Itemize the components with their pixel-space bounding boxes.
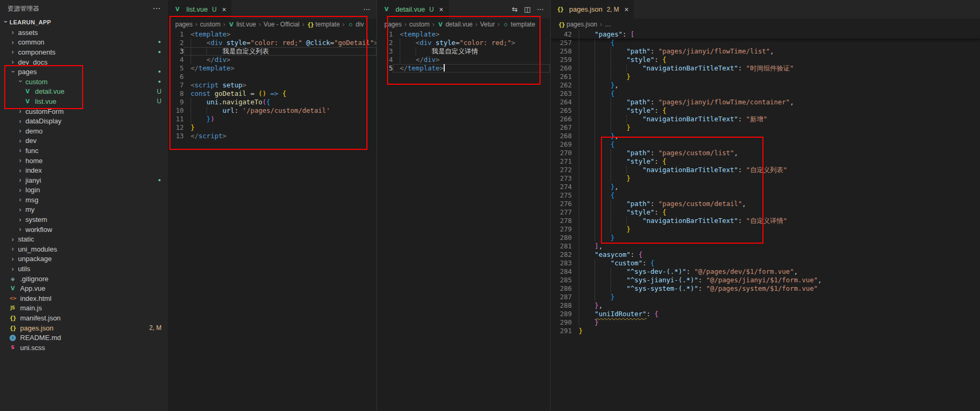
code-line[interactable]: 4 </div> xyxy=(168,56,376,64)
code-line[interactable]: 274 }, xyxy=(551,183,980,191)
code-line[interactable]: 291} xyxy=(551,327,980,335)
tree-item-msg[interactable]: ›msg xyxy=(0,195,168,205)
code-line[interactable]: 257 { xyxy=(551,39,980,47)
code-line[interactable]: 5</template> xyxy=(377,64,550,73)
code-line[interactable]: 9 uni.navigateTo({ xyxy=(168,98,376,106)
open-changes-icon[interactable]: ⇆ xyxy=(512,5,518,13)
code-line[interactable]: 286 "^sys-system-(.*)": "@/pages/system/… xyxy=(551,284,980,293)
tree-item-static[interactable]: ›static xyxy=(0,234,168,244)
code-line[interactable]: 260 "navigationBarTitleText": "时间组件验证" xyxy=(551,64,980,73)
code-line[interactable]: 284 "^sys-dev-(.*)": "@/pages/dev/$1/for… xyxy=(551,267,980,276)
code-editor[interactable]: 1<template>2 <div style="color: red;">3 … xyxy=(377,30,550,411)
tree-item-common[interactable]: ›common● xyxy=(0,38,168,48)
code-line[interactable]: 266 "navigationBarTitleText": "新增" xyxy=(551,115,980,123)
more-actions-icon[interactable]: ⋯ xyxy=(363,5,370,13)
breadcrumb-item-Vue - Official[interactable]: Vue - Official xyxy=(264,21,300,28)
breadcrumb-item-pages[interactable]: pages xyxy=(384,21,402,28)
code-line[interactable]: 13</script> xyxy=(168,132,376,140)
code-line[interactable]: 2 <div style="color: red;"> xyxy=(377,39,550,47)
tree-item-jianyi[interactable]: ›jianyi● xyxy=(0,175,168,185)
close-icon[interactable]: × xyxy=(439,5,443,14)
code-line[interactable]: 283 "custom": { xyxy=(551,259,980,267)
code-line[interactable]: 8const goDetail = () => { xyxy=(168,90,376,98)
tree-item-list.vue[interactable]: Vlist.vueU xyxy=(0,96,168,106)
tree-item-login[interactable]: ›login xyxy=(0,185,168,195)
code-line[interactable]: 277 "style": { xyxy=(551,208,980,217)
code-line[interactable]: 270 "path": "pages/custom/list", xyxy=(551,149,980,157)
code-line[interactable]: 10 url: '/pages/custom/detail' xyxy=(168,106,376,115)
code-line[interactable]: 289 "uniIdRouter": { xyxy=(551,310,980,318)
close-icon[interactable]: × xyxy=(624,5,628,14)
tree-item-manifest.json[interactable]: {}manifest.json xyxy=(0,313,168,323)
tree-item-customForm[interactable]: ›customForm xyxy=(0,106,168,117)
breadcrumb-item-…[interactable]: … xyxy=(605,21,611,28)
tree-item-main.js[interactable]: JSmain.js xyxy=(0,303,168,314)
tree-item-index[interactable]: ›index xyxy=(0,165,168,175)
tree-item-.gitignore[interactable]: ◆.gitignore xyxy=(0,274,168,284)
breadcrumb-item-pages[interactable]: pages xyxy=(175,21,193,28)
tree-item-assets[interactable]: ›assets xyxy=(0,28,168,38)
code-line[interactable]: 290 } xyxy=(551,318,980,327)
code-line[interactable]: 261 } xyxy=(551,73,980,81)
editor-tab[interactable]: Vlist.vueU× xyxy=(168,0,231,19)
tree-item-detail.vue[interactable]: Vdetail.vueU xyxy=(0,87,168,97)
code-line[interactable]: 275 { xyxy=(551,191,980,200)
code-line[interactable]: 279 } xyxy=(551,225,980,234)
code-line[interactable]: 262 }, xyxy=(551,81,980,90)
code-line[interactable]: 7<script setup> xyxy=(168,81,376,90)
breadcrumb-item-template[interactable]: ◇template xyxy=(502,21,535,28)
close-icon[interactable]: × xyxy=(222,5,226,14)
tree-item-uni_modules[interactable]: ›uni_modules xyxy=(0,244,168,254)
editor-tab[interactable]: Vdetail.vueU× xyxy=(377,0,449,19)
code-line[interactable]: 12} xyxy=(168,123,376,132)
code-line[interactable]: 1<template> xyxy=(168,30,376,39)
code-line[interactable]: 273 } xyxy=(551,174,980,183)
code-line[interactable]: 285 "^sys-jianyi-(.*)": "@/pages/jianyi/… xyxy=(551,276,980,284)
tree-item-index.html[interactable]: <>index.html xyxy=(0,293,168,303)
code-line[interactable]: 288 }, xyxy=(551,301,980,310)
tree-item-components[interactable]: ›components● xyxy=(0,47,168,57)
tree-item-pages[interactable]: ›pages● xyxy=(0,67,168,77)
code-line[interactable]: 263 { xyxy=(551,90,980,98)
code-line[interactable]: 281 ], xyxy=(551,242,980,251)
code-line[interactable]: 3 我是自定义详情 xyxy=(377,47,550,56)
code-line[interactable]: 267 } xyxy=(551,123,980,132)
code-line[interactable]: 259 "style": { xyxy=(551,56,980,64)
tree-item-App.vue[interactable]: VApp.vue xyxy=(0,283,168,293)
tree-item-system[interactable]: ›system xyxy=(0,215,168,225)
code-line[interactable]: 276 "path": "pages/custom/detail", xyxy=(551,200,980,208)
split-editor-icon[interactable]: ◫ xyxy=(524,5,531,13)
code-editor[interactable]: 42 "pages": [257 {258 "path": "pages/jia… xyxy=(551,30,980,411)
code-line[interactable]: 280 } xyxy=(551,234,980,242)
breadcrumb-item-Vetur[interactable]: Vetur xyxy=(480,21,495,28)
code-line[interactable]: 268 }, xyxy=(551,132,980,140)
code-line[interactable]: 287 } xyxy=(551,293,980,301)
code-line[interactable]: 272 "navigationBarTitleText": "自定义列表" xyxy=(551,166,980,174)
tree-item-dev_docs[interactable]: ›dev_docs xyxy=(0,57,168,67)
breadcrumb-item-custom[interactable]: custom xyxy=(409,21,430,28)
tree-item-workflow[interactable]: ›workflow xyxy=(0,225,168,235)
tree-item-dataDisplay[interactable]: ›dataDisplay xyxy=(0,116,168,126)
code-line[interactable]: 265 "style": { xyxy=(551,106,980,115)
more-actions-icon[interactable]: ⋯ xyxy=(152,4,160,13)
breadcrumb-item-detail.vue[interactable]: Vdetail.vue xyxy=(437,21,472,28)
breadcrumb-item-template[interactable]: {}template xyxy=(307,21,340,28)
code-line[interactable]: 6 xyxy=(168,73,376,81)
tree-item-dev[interactable]: ›dev xyxy=(0,136,168,146)
tree-item-utils[interactable]: ›utils xyxy=(0,264,168,274)
code-editor[interactable]: 1<template>2 <div style="color: red;" @c… xyxy=(168,30,376,411)
tree-item-demo[interactable]: ›demo xyxy=(0,126,168,136)
code-line[interactable]: 264 "path": "pages/jianyi/flowTime/conta… xyxy=(551,98,980,106)
editor-tab[interactable]: {}pages.json2, M× xyxy=(551,0,634,19)
breadcrumb-item-pages.json[interactable]: {}pages.json xyxy=(558,21,597,28)
code-line[interactable]: 258 "path": "pages/jianyi/flowTime/list"… xyxy=(551,47,980,56)
code-line[interactable]: 271 "style": { xyxy=(551,157,980,166)
breadcrumb-item-list.vue[interactable]: Vlist.vue xyxy=(228,21,256,28)
code-line[interactable]: 282 "easycom": { xyxy=(551,251,980,259)
more-actions-icon[interactable]: ⋯ xyxy=(537,5,544,13)
tree-item-README.md[interactable]: iREADME.md xyxy=(0,333,168,343)
sticky-scroll-line[interactable]: 42 "pages": [ xyxy=(551,30,980,39)
code-line[interactable]: 2 <div style="color: red;" @click="goDet… xyxy=(168,39,376,47)
tree-item-unpackage[interactable]: ›unpackage xyxy=(0,254,168,264)
code-line[interactable]: 11 }) xyxy=(168,115,376,123)
